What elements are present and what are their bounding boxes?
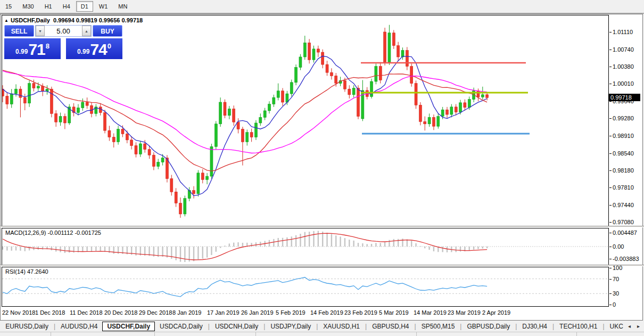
panel-splitter[interactable] [0, 226, 644, 227]
date-axis-label: 29 Dec 2018 [139, 309, 172, 316]
candle [290, 79, 293, 96]
candle [193, 186, 195, 199]
chart-tab-gbpusd-h4[interactable]: GBPUSD,H4 [367, 322, 414, 331]
candle [108, 126, 111, 141]
chart-tab-dj30-h4[interactable]: DJ30,H4 [517, 322, 552, 331]
candle [228, 106, 230, 119]
price-axis-label: 1.00740 [613, 46, 634, 53]
volume-increase-icon[interactable]: ▲ [82, 26, 91, 36]
candle [370, 79, 373, 99]
rsi-indicator-label: RSI(14) 47.2640 [5, 268, 48, 275]
chart-tab-sp500-m15[interactable]: SP500,M15 [417, 322, 460, 331]
chart-tab-usdjpy-daily[interactable]: USDJPY,Daily [266, 322, 316, 331]
date-axis-label: 2 Apr 2019 [482, 309, 510, 316]
date-axis-label: 14 Feb 2019 [310, 309, 343, 316]
candle [406, 47, 408, 70]
candle [157, 159, 160, 169]
candle [419, 102, 422, 125]
tab-separator: | [365, 323, 367, 330]
timeframe-button-m30[interactable]: M30 [18, 1, 38, 12]
tabs-scroll-left-icon[interactable]: ◂ [628, 323, 631, 329]
candle [55, 110, 57, 127]
chart-tab-ukc[interactable]: UKC [605, 322, 628, 331]
date-axis-label: 17 Jan 2019 [207, 309, 240, 316]
trade-panel-toggle-icon[interactable]: ▲ [4, 18, 9, 23]
buy-button[interactable]: BUY [93, 25, 122, 37]
chart-tab-usdchf-daily[interactable]: USDCHF,Daily [102, 322, 155, 331]
rsi-plot[interactable] [2, 267, 609, 307]
axis-tick [609, 118, 612, 119]
candle [303, 36, 306, 60]
timeframe-button-mn[interactable]: MN [113, 1, 132, 12]
chart-tab-xauusd-h1[interactable]: XAUUSD,H1 [318, 322, 365, 331]
timeframe-button-h1[interactable]: H1 [40, 1, 57, 12]
volume-control: ▼ ▲ [35, 25, 92, 37]
axis-tick [609, 32, 612, 32]
timeframe-button-w1[interactable]: W1 [94, 1, 113, 12]
current-price-tag: 0.99718 [609, 94, 640, 101]
volume-input[interactable] [45, 26, 82, 36]
candle [184, 195, 186, 216]
axis-tick [609, 170, 612, 171]
moving-average-34 [3, 71, 487, 153]
axis-tick [609, 247, 612, 247]
chart-tab-gbpusd-daily[interactable]: GBPUSD,Daily [462, 322, 515, 331]
chart-tab-tech100-h1[interactable]: TECH100,H1 [555, 322, 602, 331]
chart-tab-usdcad-daily[interactable]: USDCAD,Daily [155, 322, 208, 331]
candle [424, 117, 426, 131]
tab-scroll-arrows: ◂▸ [628, 323, 640, 329]
candle [392, 30, 395, 48]
candle [201, 169, 204, 184]
candle [277, 84, 279, 101]
volume-decrease-icon[interactable]: ▼ [36, 26, 45, 36]
candle [188, 187, 191, 201]
candle [214, 121, 217, 149]
chart-tab-audusd-h4[interactable]: AUDUSD,H4 [56, 322, 102, 331]
tab-separator: | [515, 323, 517, 330]
chart-tab-usdcnh-daily[interactable]: USDCNH,Daily [210, 322, 263, 331]
tab-separator: | [316, 323, 318, 330]
macd-axis-label: 0.004487 [613, 230, 637, 236]
candle [130, 136, 133, 150]
candle [95, 104, 97, 117]
chart-title: ▲USDCHF,Daily 0.99694 0.99819 0.99656 0.… [4, 17, 143, 23]
tabs-scroll-right-icon[interactable]: ▸ [637, 323, 640, 329]
candle [42, 84, 44, 96]
sell-price-figure: 0.99 [15, 48, 28, 55]
price-axis-label: 1.00380 [613, 63, 634, 70]
price-axis-label: 0.97080 [613, 219, 634, 225]
candle [10, 89, 13, 108]
candle [237, 118, 240, 133]
date-axis-label: 20 Dec 2018 [104, 309, 137, 316]
candle [379, 62, 382, 84]
axis-tick [609, 305, 612, 305]
sell-price-button[interactable]: 0.99 71 8 [4, 38, 61, 59]
timeframe-button-h4[interactable]: H4 [58, 1, 75, 12]
candle [263, 108, 266, 120]
sell-button[interactable]: SELL [4, 25, 34, 37]
axis-tick [609, 279, 612, 280]
sell-price-point: 8 [46, 42, 49, 50]
status-bar [0, 332, 644, 336]
candle [432, 114, 435, 130]
candle [321, 50, 324, 68]
macd-indicator-label: MACD(12,26,9) -0.001112 -0.001725 [5, 230, 101, 236]
timeframe-button-d1[interactable]: D1 [76, 1, 93, 12]
candle [2, 85, 4, 102]
candle [464, 100, 466, 111]
timeframe-button-15[interactable]: 15 [1, 1, 16, 12]
price-axis-label: 0.97440 [613, 202, 634, 208]
buy-price-button[interactable]: 0.99 74 0 [66, 38, 122, 59]
candle [59, 112, 62, 126]
buy-price-point: 0 [108, 42, 111, 50]
buy-price-pips: 74 [90, 42, 106, 58]
chart-tab-eurusd-daily[interactable]: EURUSD,Daily [1, 322, 53, 331]
buy-price-figure: 0.99 [77, 48, 89, 55]
candle [224, 100, 226, 118]
axis-tick [609, 268, 612, 268]
rsi-canvas [2, 267, 608, 306]
tab-separator: | [460, 323, 461, 330]
candle [437, 113, 440, 128]
price-axis-label: 0.98540 [613, 150, 634, 157]
panel-splitter-2[interactable] [0, 265, 644, 266]
